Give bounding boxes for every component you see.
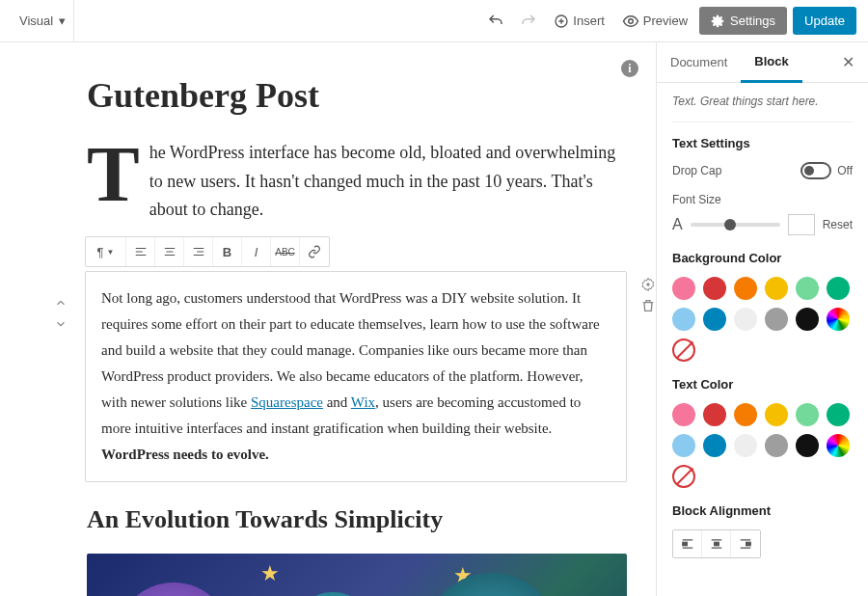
drop-cap-letter: T	[87, 145, 140, 204]
text-settings-title: Text Settings	[672, 136, 853, 150]
update-button[interactable]: Update	[793, 7, 856, 35]
custom-color-swatch[interactable]	[827, 434, 850, 457]
link-wix[interactable]: Wix	[351, 394, 375, 410]
color-swatch[interactable]	[765, 308, 788, 331]
tab-block[interactable]: Block	[741, 42, 801, 83]
color-swatch[interactable]	[703, 277, 726, 300]
drop-cap-label: Drop Cap	[672, 164, 721, 177]
color-swatch[interactable]	[734, 308, 757, 331]
bg-color-swatches	[672, 277, 853, 331]
svg-point-1	[629, 18, 634, 23]
sidebar-body: Text. Great things start here. Text Sett…	[657, 83, 868, 596]
block-settings-gear-icon[interactable]	[640, 277, 656, 292]
color-swatch[interactable]	[765, 403, 788, 426]
font-size-reset[interactable]: Reset	[823, 218, 853, 231]
post-title[interactable]: Gutenberg Post	[87, 75, 627, 116]
top-toolbar: Visual ▾ Insert Preview Settings Update	[0, 0, 868, 42]
settings-button[interactable]: Settings	[699, 7, 787, 35]
color-swatch[interactable]	[672, 434, 695, 457]
insert-label: Insert	[573, 14, 605, 28]
color-swatch[interactable]	[827, 277, 850, 300]
block-toolbar: ¶ ▼ B I ABC	[85, 236, 330, 267]
align-right-button[interactable]	[184, 237, 213, 266]
color-swatch[interactable]	[765, 434, 788, 457]
info-icon[interactable]: i	[621, 60, 638, 77]
insert-button[interactable]: Insert	[548, 10, 610, 33]
update-label: Update	[804, 14, 845, 28]
paragraph-block[interactable]: Not long ago, customers understood that …	[85, 271, 627, 482]
svg-point-3	[646, 283, 649, 285]
block-align-left[interactable]	[673, 530, 702, 557]
heading-block[interactable]: An Evolution Towards Simplicity	[87, 505, 627, 534]
color-swatch[interactable]	[796, 308, 819, 331]
sidebar-tabs: Document Block ✕	[657, 42, 868, 83]
color-swatch[interactable]	[734, 403, 757, 426]
block-type-dropdown[interactable]: ¶ ▼	[86, 237, 126, 266]
block-align-center[interactable]	[702, 530, 731, 557]
font-size-input[interactable]	[788, 214, 815, 235]
drop-cap-toggle[interactable]	[800, 162, 831, 179]
color-swatch[interactable]	[796, 434, 819, 457]
block-alignment-buttons	[672, 529, 761, 558]
color-swatch[interactable]	[765, 277, 788, 300]
lead-paragraph[interactable]: The WordPress interface has become old, …	[87, 139, 627, 225]
color-swatch[interactable]	[796, 277, 819, 300]
color-swatch[interactable]	[703, 403, 726, 426]
selected-block-wrapper: ¶ ▼ B I ABC Not long ago, customers unde…	[85, 236, 627, 482]
color-swatch[interactable]	[672, 308, 695, 331]
block-align-right[interactable]	[731, 530, 760, 557]
move-down-button[interactable]	[52, 315, 69, 333]
color-swatch[interactable]	[827, 403, 850, 426]
preview-label: Preview	[643, 14, 688, 28]
editor-mode-label: Visual	[19, 14, 53, 28]
text-color-section: Text Color	[672, 377, 853, 488]
color-swatch[interactable]	[672, 277, 695, 300]
editor-canvas[interactable]: i Gutenberg Post The WordPress interface…	[0, 42, 656, 596]
close-sidebar-button[interactable]: ✕	[828, 53, 868, 71]
svg-rect-4	[682, 542, 687, 546]
svg-rect-6	[746, 542, 751, 546]
color-swatch[interactable]	[796, 403, 819, 426]
image-block[interactable]: ★ ★ ★	[87, 554, 627, 596]
move-up-button[interactable]	[52, 294, 69, 312]
block-description: Text. Great things start here.	[672, 95, 853, 122]
tab-document[interactable]: Document	[657, 43, 741, 81]
undo-button[interactable]	[482, 8, 509, 35]
custom-color-swatch[interactable]	[827, 308, 850, 331]
font-size-indicator: A	[672, 216, 683, 233]
color-swatch[interactable]	[703, 434, 726, 457]
block-side-controls	[640, 277, 656, 313]
strikethrough-button[interactable]: ABC	[271, 237, 300, 266]
color-swatch[interactable]	[734, 277, 757, 300]
color-swatch[interactable]	[703, 308, 726, 331]
italic-button[interactable]: I	[242, 237, 271, 266]
paragraph-text: Not long ago, customers understood that …	[101, 285, 610, 468]
svg-rect-5	[714, 542, 719, 546]
align-center-button[interactable]	[155, 237, 184, 266]
block-move-controls	[52, 294, 69, 333]
link-squarespace[interactable]: Squarespace	[251, 394, 323, 410]
topbar-actions: Insert Preview Settings Update	[482, 7, 856, 35]
bold-button[interactable]: B	[213, 237, 242, 266]
redo-button[interactable]	[515, 8, 542, 35]
bg-color-clear[interactable]	[672, 339, 695, 362]
block-alignment-title: Block Alignment	[672, 503, 853, 518]
font-size-label: Font Size	[672, 193, 853, 206]
bg-color-title: Background Color	[672, 251, 853, 265]
lead-text: he WordPress interface has become old, b…	[149, 143, 616, 219]
preview-button[interactable]: Preview	[616, 9, 693, 34]
sidebar: Document Block ✕ Text. Great things star…	[656, 42, 868, 596]
chevron-down-icon: ▾	[59, 14, 66, 28]
link-button[interactable]	[300, 237, 329, 266]
text-settings-section: Text Settings Drop Cap Off Font Size A R…	[672, 136, 853, 235]
color-swatch[interactable]	[734, 434, 757, 457]
text-color-swatches	[672, 403, 853, 457]
color-swatch[interactable]	[672, 403, 695, 426]
align-left-button[interactable]	[126, 237, 155, 266]
settings-label: Settings	[730, 14, 775, 28]
bg-color-section: Background Color	[672, 251, 853, 362]
editor-mode-dropdown[interactable]: Visual ▾	[12, 0, 74, 41]
font-size-slider[interactable]	[691, 223, 780, 227]
text-color-clear[interactable]	[672, 465, 695, 488]
block-delete-trash-icon[interactable]	[640, 298, 656, 313]
